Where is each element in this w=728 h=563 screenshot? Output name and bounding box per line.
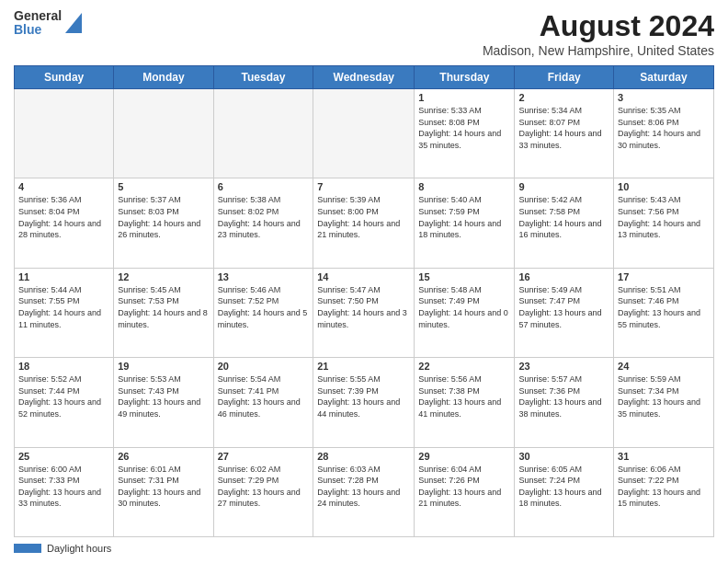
day-info: Sunrise: 5:55 AM Sunset: 7:39 PM Dayligh… (317, 373, 410, 419)
day-info: Sunrise: 5:48 AM Sunset: 7:49 PM Dayligh… (418, 284, 510, 330)
day-number: 5 (118, 181, 209, 192)
day-number: 20 (218, 361, 310, 372)
table-row: 23Sunrise: 5:57 AM Sunset: 7:36 PM Dayli… (515, 358, 614, 447)
day-number: 17 (618, 271, 710, 282)
calendar-week-row: 11Sunrise: 5:44 AM Sunset: 7:55 PM Dayli… (15, 268, 714, 357)
table-row (213, 89, 313, 178)
day-number: 25 (18, 451, 109, 462)
day-number: 4 (18, 181, 109, 192)
col-wednesday: Wednesday (313, 66, 415, 89)
day-info: Sunrise: 5:45 AM Sunset: 7:53 PM Dayligh… (118, 284, 209, 330)
table-row: 31Sunrise: 6:06 AM Sunset: 7:22 PM Dayli… (614, 447, 714, 536)
table-row (114, 89, 213, 178)
table-row: 12Sunrise: 5:45 AM Sunset: 7:53 PM Dayli… (114, 268, 213, 357)
day-info: Sunrise: 6:04 AM Sunset: 7:26 PM Dayligh… (418, 464, 510, 510)
day-number: 28 (317, 451, 410, 462)
day-info: Sunrise: 5:42 AM Sunset: 7:58 PM Dayligh… (518, 194, 609, 240)
calendar-week-row: 4Sunrise: 5:36 AM Sunset: 8:04 PM Daylig… (15, 178, 714, 268)
day-info: Sunrise: 5:36 AM Sunset: 8:04 PM Dayligh… (18, 194, 109, 240)
logo: General Blue (14, 9, 82, 38)
day-info: Sunrise: 5:56 AM Sunset: 7:38 PM Dayligh… (418, 373, 510, 419)
day-number: 13 (218, 271, 310, 282)
day-info: Sunrise: 6:03 AM Sunset: 7:28 PM Dayligh… (317, 464, 410, 510)
day-info: Sunrise: 5:47 AM Sunset: 7:50 PM Dayligh… (317, 284, 410, 330)
day-info: Sunrise: 6:00 AM Sunset: 7:33 PM Dayligh… (18, 464, 109, 510)
footer-label: Daylight hours (47, 543, 111, 554)
table-row: 13Sunrise: 5:46 AM Sunset: 7:52 PM Dayli… (213, 268, 313, 357)
main-title: August 2024 (483, 9, 714, 43)
day-number: 9 (518, 181, 609, 192)
table-row: 3Sunrise: 5:35 AM Sunset: 8:06 PM Daylig… (614, 89, 714, 178)
daylight-bar-icon (14, 544, 41, 553)
table-row: 22Sunrise: 5:56 AM Sunset: 7:38 PM Dayli… (415, 358, 515, 447)
day-number: 19 (118, 361, 209, 372)
day-info: Sunrise: 5:40 AM Sunset: 7:59 PM Dayligh… (418, 194, 510, 240)
day-number: 16 (518, 271, 609, 282)
day-number: 27 (218, 451, 310, 462)
col-thursday: Thursday (415, 66, 515, 89)
table-row: 10Sunrise: 5:43 AM Sunset: 7:56 PM Dayli… (614, 178, 714, 268)
day-number: 7 (317, 181, 410, 192)
day-info: Sunrise: 5:54 AM Sunset: 7:41 PM Dayligh… (218, 373, 310, 419)
day-info: Sunrise: 5:44 AM Sunset: 7:55 PM Dayligh… (18, 284, 109, 330)
calendar-header-row: Sunday Monday Tuesday Wednesday Thursday… (15, 66, 714, 89)
table-row: 25Sunrise: 6:00 AM Sunset: 7:33 PM Dayli… (15, 447, 114, 536)
day-info: Sunrise: 6:01 AM Sunset: 7:31 PM Dayligh… (118, 464, 209, 510)
table-row: 14Sunrise: 5:47 AM Sunset: 7:50 PM Dayli… (313, 268, 415, 357)
calendar-week-row: 1Sunrise: 5:33 AM Sunset: 8:08 PM Daylig… (15, 89, 714, 178)
table-row: 20Sunrise: 5:54 AM Sunset: 7:41 PM Dayli… (213, 358, 313, 447)
table-row: 30Sunrise: 6:05 AM Sunset: 7:24 PM Dayli… (515, 447, 614, 536)
day-number: 11 (18, 271, 109, 282)
day-number: 15 (418, 271, 510, 282)
day-number: 3 (618, 92, 710, 103)
logo-triangle-icon (65, 13, 82, 33)
day-info: Sunrise: 5:43 AM Sunset: 7:56 PM Dayligh… (618, 194, 710, 240)
table-row: 7Sunrise: 5:39 AM Sunset: 8:00 PM Daylig… (313, 178, 415, 268)
day-info: Sunrise: 6:02 AM Sunset: 7:29 PM Dayligh… (218, 464, 310, 510)
day-number: 29 (418, 451, 510, 462)
table-row: 8Sunrise: 5:40 AM Sunset: 7:59 PM Daylig… (415, 178, 515, 268)
table-row: 6Sunrise: 5:38 AM Sunset: 8:02 PM Daylig… (213, 178, 313, 268)
table-row: 24Sunrise: 5:59 AM Sunset: 7:34 PM Dayli… (614, 358, 714, 447)
table-row: 21Sunrise: 5:55 AM Sunset: 7:39 PM Dayli… (313, 358, 415, 447)
day-number: 31 (618, 451, 710, 462)
table-row: 4Sunrise: 5:36 AM Sunset: 8:04 PM Daylig… (15, 178, 114, 268)
day-number: 22 (418, 361, 510, 372)
calendar-page: General Blue August 2024 Madison, New Ha… (0, 0, 728, 563)
day-number: 21 (317, 361, 410, 372)
day-info: Sunrise: 5:37 AM Sunset: 8:03 PM Dayligh… (118, 194, 209, 240)
table-row: 26Sunrise: 6:01 AM Sunset: 7:31 PM Dayli… (114, 447, 213, 536)
table-row: 16Sunrise: 5:49 AM Sunset: 7:47 PM Dayli… (515, 268, 614, 357)
day-number: 10 (618, 181, 710, 192)
day-number: 8 (418, 181, 510, 192)
day-number: 2 (518, 92, 609, 103)
day-number: 24 (618, 361, 710, 372)
day-info: Sunrise: 5:57 AM Sunset: 7:36 PM Dayligh… (518, 373, 609, 419)
day-number: 18 (18, 361, 109, 372)
table-row: 19Sunrise: 5:53 AM Sunset: 7:43 PM Dayli… (114, 358, 213, 447)
day-info: Sunrise: 5:59 AM Sunset: 7:34 PM Dayligh… (618, 373, 710, 419)
day-number: 23 (518, 361, 609, 372)
header: General Blue August 2024 Madison, New Ha… (14, 9, 714, 58)
table-row: 9Sunrise: 5:42 AM Sunset: 7:58 PM Daylig… (515, 178, 614, 268)
table-row (313, 89, 415, 178)
table-row: 2Sunrise: 5:34 AM Sunset: 8:07 PM Daylig… (515, 89, 614, 178)
calendar-week-row: 25Sunrise: 6:00 AM Sunset: 7:33 PM Dayli… (15, 447, 714, 536)
table-row: 11Sunrise: 5:44 AM Sunset: 7:55 PM Dayli… (15, 268, 114, 357)
day-info: Sunrise: 5:53 AM Sunset: 7:43 PM Dayligh… (118, 373, 209, 419)
day-number: 1 (418, 92, 510, 103)
day-number: 30 (518, 451, 609, 462)
day-number: 12 (118, 271, 209, 282)
svg-marker-0 (65, 13, 82, 33)
table-row: 1Sunrise: 5:33 AM Sunset: 8:08 PM Daylig… (415, 89, 515, 178)
calendar-week-row: 18Sunrise: 5:52 AM Sunset: 7:44 PM Dayli… (15, 358, 714, 447)
table-row: 27Sunrise: 6:02 AM Sunset: 7:29 PM Dayli… (213, 447, 313, 536)
calendar-table: Sunday Monday Tuesday Wednesday Thursday… (14, 65, 714, 537)
col-monday: Monday (114, 66, 213, 89)
day-info: Sunrise: 5:35 AM Sunset: 8:06 PM Dayligh… (618, 105, 710, 151)
table-row: 17Sunrise: 5:51 AM Sunset: 7:46 PM Dayli… (614, 268, 714, 357)
subtitle: Madison, New Hampshire, United States (483, 43, 714, 58)
day-info: Sunrise: 5:34 AM Sunset: 8:07 PM Dayligh… (518, 105, 609, 151)
table-row: 5Sunrise: 5:37 AM Sunset: 8:03 PM Daylig… (114, 178, 213, 268)
day-number: 26 (118, 451, 209, 462)
